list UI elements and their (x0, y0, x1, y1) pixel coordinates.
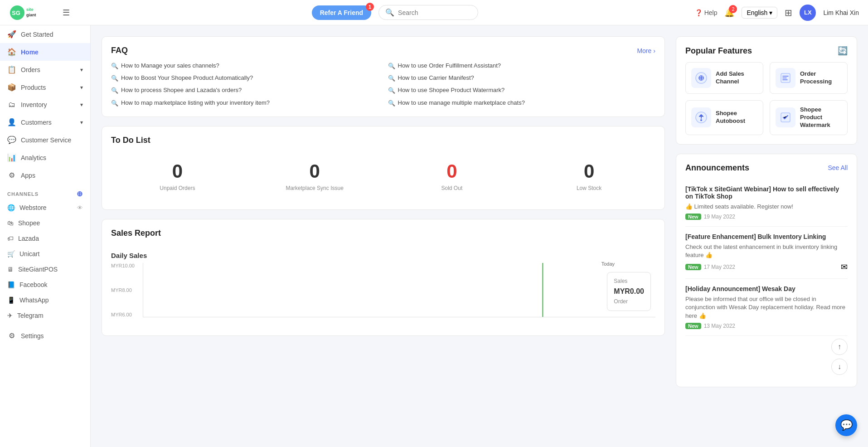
sidebar-item-apps[interactable]: ⚙ Apps (0, 166, 90, 184)
sidebar-label-sitegiantpos: SiteGiantPOS (18, 266, 58, 273)
sidebar-label-analytics: Analytics (21, 154, 46, 161)
faq-item-5[interactable]: 🔍 How to use Order Fulfillment Assistant… (388, 62, 656, 70)
faq-item-1[interactable]: 🔍 How to Manage your sales channels? (111, 62, 379, 70)
svg-text:giant: giant (26, 13, 36, 17)
ann-bulk-date: 17 May 2022 (704, 264, 735, 270)
notification-button[interactable]: 🔔 2 (724, 8, 734, 18)
faq-header: FAQ More › (111, 46, 655, 55)
sidebar-label-facebook: Facebook (19, 281, 47, 288)
ann-tiktok-badge: New (685, 214, 701, 220)
sidebar-item-analytics[interactable]: 📊 Analytics (0, 149, 90, 166)
sidebar-item-customer-service[interactable]: 💬 Customer Service (0, 131, 90, 149)
language-selector[interactable]: English ▾ (742, 7, 777, 19)
feature-order-processing[interactable]: Order Processing (770, 62, 848, 94)
faq-more-link[interactable]: More › (637, 47, 655, 54)
chart-plot: Today Sales MYR0.00 Order (143, 263, 655, 317)
order-processing-icon (776, 68, 795, 88)
sidebar-label-shopee: Shopee (18, 219, 40, 227)
inventory-icon: 🗂 (7, 101, 16, 109)
feature-add-sales-channel[interactable]: Add Sales Channel (685, 62, 763, 94)
marketplace-sync-label: Marketplace Sync Issue (286, 185, 343, 191)
sidebar-item-shopee[interactable]: 🛍 Shopee (0, 215, 90, 231)
todo-marketplace-sync[interactable]: 0 Marketplace Sync Issue (248, 160, 381, 191)
sidebar-item-facebook[interactable]: 📘 Facebook (0, 277, 90, 292)
faq-item-2[interactable]: 🔍 How to Boost Your Shopee Product Autom… (111, 74, 379, 83)
sidebar-item-orders[interactable]: 📋 Orders ▾ (0, 61, 90, 78)
chat-button[interactable]: 💬 (835, 414, 857, 436)
feature-order-processing-label: Order Processing (800, 70, 842, 86)
sidebar-item-lazada[interactable]: 🏷 Lazada (0, 231, 90, 246)
customer-service-icon: 💬 (7, 136, 16, 144)
layout-toggle-button[interactable]: ⊞ (785, 7, 792, 18)
unpaid-orders-count: 0 (172, 160, 183, 182)
logo-area: SG site giant ☰ (9, 5, 95, 21)
apps-icon: ⚙ (7, 171, 16, 180)
sidebar-item-whatsapp[interactable]: 📱 WhatsApp (0, 292, 90, 308)
ann-bulk-title[interactable]: [Feature Enhancement] Bulk Inventory Lin… (685, 233, 848, 240)
whatsapp-icon: 📱 (7, 296, 15, 304)
search-icon: 🔍 (111, 99, 118, 107)
todo-card: To Do List 0 Unpaid Orders 0 Marketplace… (102, 126, 665, 210)
add-channel-button[interactable]: ⊕ (77, 189, 83, 198)
features-grid: Add Sales Channel Order Processing Shope… (685, 62, 848, 135)
header: SG site giant ☰ Refer A Friend 1 🔍 ❓ Hel… (0, 0, 868, 25)
sidebar-item-get-started[interactable]: 🚀 Get Started (0, 25, 90, 43)
sidebar-item-sitegiantpos[interactable]: 🖥 SiteGiantPOS (0, 262, 90, 277)
home-icon: 🏠 (7, 48, 16, 56)
sidebar-label-apps: Apps (21, 172, 35, 179)
faq-item-7[interactable]: 🔍 How to use Shopee Product Watermark? (388, 86, 656, 95)
sidebar-item-webstore[interactable]: 🌐 Webstore 👁 (0, 200, 90, 215)
user-name[interactable]: Lim Khai Xin (823, 9, 859, 16)
sidebar-label-whatsapp: WhatsApp (19, 296, 49, 304)
faq-item-6[interactable]: 🔍 How to use Carrier Manifest? (388, 74, 656, 83)
daily-sales-title: Daily Sales (111, 252, 655, 259)
ann-wesak-body: Please be informed that our office will … (685, 295, 848, 320)
telegram-icon: ✈ (7, 312, 13, 319)
ann-tiktok-meta: New 19 May 2022 (685, 214, 848, 220)
sidebar-item-home[interactable]: 🏠 Home (0, 43, 90, 61)
scroll-up-button[interactable]: ↑ (831, 339, 848, 355)
sidebar-label-orders: Orders (21, 66, 40, 73)
faq-item-4[interactable]: 🔍 How to map marketplace listing with yo… (111, 99, 379, 107)
refresh-icon[interactable]: 🔄 (838, 46, 848, 56)
see-all-link[interactable]: See All (828, 164, 848, 171)
sidebar-item-telegram[interactable]: ✈ Telegram (0, 308, 90, 323)
announcement-tiktok: [TikTok x SiteGiant Webinar] How to sell… (685, 179, 848, 227)
feature-shopee-autoboost[interactable]: Shopee Autoboost (685, 100, 763, 135)
ann-wesak-title[interactable]: [Holiday Announcement] Wesak Day (685, 285, 848, 292)
sidebar-item-inventory[interactable]: 🗂 Inventory ▾ (0, 96, 90, 113)
search-icon: 🔍 (388, 99, 395, 107)
ann-tiktok-title[interactable]: [TikTok x SiteGiant Webinar] How to sell… (685, 185, 848, 200)
sidebar-item-products[interactable]: 📦 Products ▾ (0, 78, 90, 96)
sales-chart-container: Daily Sales MYR10.00 MYR8.00 MYR6.00 (111, 244, 655, 326)
todo-sold-out[interactable]: 0 Sold Out (386, 160, 519, 191)
faq-item-3[interactable]: 🔍 How to process Shopee and Lazada's ord… (111, 86, 379, 95)
ann-bulk-meta: New 17 May 2022 ✉ (685, 262, 848, 272)
sidebar-label-get-started: Get Started (21, 31, 53, 38)
sidebar-item-unicart[interactable]: 🛒 Unicart (0, 246, 90, 262)
help-button[interactable]: ❓ Help (695, 9, 718, 16)
sidebar: 🚀 Get Started 🏠 Home 📋 Orders ▾ 📦 Produc… (0, 25, 91, 447)
popular-features-title: Popular Features (685, 46, 752, 56)
sidebar-item-settings[interactable]: ⚙ Settings (0, 327, 90, 345)
chevron-right-icon: ▾ (80, 119, 83, 126)
channels-section-title: CHANNELS ⊕ (0, 184, 90, 200)
help-icon: ❓ (695, 9, 703, 16)
search-icon: 🔍 (388, 62, 395, 70)
todo-low-stock[interactable]: 0 Low Stock (523, 160, 655, 191)
popular-features-card: Popular Features 🔄 Add Sales Channel (676, 36, 857, 145)
sitegiant-logo: SG site giant (9, 5, 59, 21)
sidebar-item-customers[interactable]: 👤 Customers ▾ (0, 113, 90, 131)
search-input[interactable] (398, 9, 470, 16)
faq-item-8[interactable]: 🔍 How to use manage multiple marketplace… (388, 99, 656, 107)
feature-shopee-product-watermark-label: Shopee Product Watermark (800, 106, 842, 129)
feature-shopee-autoboost-label: Shopee Autoboost (716, 110, 757, 125)
shopee-autoboost-icon (691, 107, 711, 127)
chevron-right-icon: ▾ (80, 84, 83, 91)
search-icon: 🔍 (388, 87, 395, 95)
refer-friend-button[interactable]: Refer A Friend 1 (312, 5, 371, 20)
hamburger-btn[interactable]: ☰ (63, 8, 70, 18)
feature-shopee-product-watermark[interactable]: Shopee Product Watermark (770, 100, 848, 135)
todo-unpaid-orders[interactable]: 0 Unpaid Orders (111, 160, 244, 191)
scroll-down-button[interactable]: ↓ (831, 359, 848, 375)
